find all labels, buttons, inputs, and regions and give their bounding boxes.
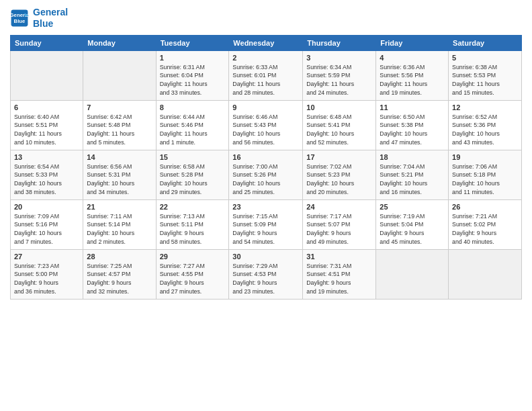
day-info: Sunrise: 7:29 AM Sunset: 4:53 PM Dayligh… [232,262,299,296]
day-cell: 22Sunrise: 7:13 AM Sunset: 5:11 PM Dayli… [156,199,229,249]
day-cell: 5Sunrise: 6:38 AM Sunset: 5:53 PM Daylig… [449,50,522,100]
day-cell: 24Sunrise: 7:17 AM Sunset: 5:07 PM Dayli… [303,199,376,249]
weekday-wednesday: Wednesday [229,35,303,50]
day-cell: 4Sunrise: 6:36 AM Sunset: 5:56 PM Daylig… [376,50,449,100]
day-number: 18 [380,153,445,161]
day-number: 7 [87,103,152,111]
weekday-tuesday: Tuesday [156,35,229,50]
day-number: 3 [306,54,372,62]
day-cell: 31Sunrise: 7:31 AM Sunset: 4:51 PM Dayli… [303,249,376,299]
weekday-saturday: Saturday [449,35,522,50]
day-cell [83,50,156,100]
day-number: 13 [14,153,79,161]
day-info: Sunrise: 6:40 AM Sunset: 5:51 PM Dayligh… [14,113,79,147]
day-number: 30 [232,253,299,261]
day-info: Sunrise: 7:11 AM Sunset: 5:14 PM Dayligh… [87,212,152,246]
day-cell [11,50,83,100]
day-number: 15 [160,153,226,161]
day-cell: 1Sunrise: 6:31 AM Sunset: 6:04 PM Daylig… [156,50,229,100]
day-number: 21 [87,203,152,211]
day-cell: 2Sunrise: 6:33 AM Sunset: 6:01 PM Daylig… [229,50,303,100]
day-info: Sunrise: 6:44 AM Sunset: 5:46 PM Dayligh… [160,113,226,147]
day-cell: 29Sunrise: 7:27 AM Sunset: 4:55 PM Dayli… [156,249,229,299]
day-number: 8 [160,103,226,111]
day-info: Sunrise: 6:34 AM Sunset: 5:59 PM Dayligh… [306,63,372,97]
day-number: 27 [14,253,79,261]
day-cell: 23Sunrise: 7:15 AM Sunset: 5:09 PM Dayli… [229,199,303,249]
day-cell [376,249,449,299]
day-number: 28 [87,253,152,261]
day-number: 16 [232,153,299,161]
calendar-body: 1Sunrise: 6:31 AM Sunset: 6:04 PM Daylig… [11,50,522,299]
day-number: 24 [306,203,372,211]
day-number: 23 [232,203,299,211]
day-cell: 17Sunrise: 7:02 AM Sunset: 5:23 PM Dayli… [303,150,376,199]
day-cell: 25Sunrise: 7:19 AM Sunset: 5:04 PM Dayli… [376,199,449,249]
weekday-header-row: SundayMondayTuesdayWednesdayThursdayFrid… [11,35,522,50]
week-row-1: 1Sunrise: 6:31 AM Sunset: 6:04 PM Daylig… [11,50,522,100]
weekday-monday: Monday [83,35,156,50]
day-info: Sunrise: 7:15 AM Sunset: 5:09 PM Dayligh… [232,212,299,246]
day-number: 25 [380,203,445,211]
day-cell: 14Sunrise: 6:56 AM Sunset: 5:31 PM Dayli… [83,150,156,199]
day-info: Sunrise: 7:02 AM Sunset: 5:23 PM Dayligh… [306,163,372,197]
day-cell: 7Sunrise: 6:42 AM Sunset: 5:48 PM Daylig… [83,100,156,150]
day-cell: 28Sunrise: 7:25 AM Sunset: 4:57 PM Dayli… [83,249,156,299]
day-cell: 16Sunrise: 7:00 AM Sunset: 5:26 PM Dayli… [229,150,303,199]
calendar-page: General Blue General Blue SundayMondayTu… [0,0,532,411]
day-info: Sunrise: 6:52 AM Sunset: 5:36 PM Dayligh… [452,113,518,147]
week-row-3: 13Sunrise: 6:54 AM Sunset: 5:33 PM Dayli… [11,150,522,199]
day-info: Sunrise: 6:50 AM Sunset: 5:38 PM Dayligh… [380,113,445,147]
day-cell: 3Sunrise: 6:34 AM Sunset: 5:59 PM Daylig… [303,50,376,100]
week-row-4: 20Sunrise: 7:09 AM Sunset: 5:16 PM Dayli… [11,199,522,249]
day-info: Sunrise: 6:46 AM Sunset: 5:43 PM Dayligh… [232,113,299,147]
day-cell [449,249,522,299]
day-number: 14 [87,153,152,161]
day-number: 4 [380,54,445,62]
day-cell: 15Sunrise: 6:58 AM Sunset: 5:28 PM Dayli… [156,150,229,199]
day-cell: 21Sunrise: 7:11 AM Sunset: 5:14 PM Dayli… [83,199,156,249]
weekday-sunday: Sunday [11,35,83,50]
svg-text:Blue: Blue [14,18,26,24]
day-number: 31 [306,253,372,261]
day-number: 17 [306,153,372,161]
day-cell: 9Sunrise: 6:46 AM Sunset: 5:43 PM Daylig… [229,100,303,150]
day-info: Sunrise: 7:09 AM Sunset: 5:16 PM Dayligh… [14,212,79,246]
day-number: 22 [160,203,226,211]
day-number: 5 [452,54,518,62]
day-info: Sunrise: 6:36 AM Sunset: 5:56 PM Dayligh… [380,63,445,97]
day-cell: 27Sunrise: 7:23 AM Sunset: 5:00 PM Dayli… [11,249,83,299]
day-cell: 26Sunrise: 7:21 AM Sunset: 5:02 PM Dayli… [449,199,522,249]
day-info: Sunrise: 7:19 AM Sunset: 5:04 PM Dayligh… [380,212,445,246]
day-info: Sunrise: 6:42 AM Sunset: 5:48 PM Dayligh… [87,113,152,147]
day-number: 19 [452,153,518,161]
day-info: Sunrise: 7:23 AM Sunset: 5:00 PM Dayligh… [14,262,79,296]
page-header: General Blue General Blue [10,7,522,30]
day-cell: 30Sunrise: 7:29 AM Sunset: 4:53 PM Dayli… [229,249,303,299]
day-cell: 12Sunrise: 6:52 AM Sunset: 5:36 PM Dayli… [449,100,522,150]
day-info: Sunrise: 6:48 AM Sunset: 5:41 PM Dayligh… [306,113,372,147]
day-info: Sunrise: 7:31 AM Sunset: 4:51 PM Dayligh… [306,262,372,296]
weekday-thursday: Thursday [303,35,376,50]
day-info: Sunrise: 7:27 AM Sunset: 4:55 PM Dayligh… [160,262,226,296]
day-cell: 6Sunrise: 6:40 AM Sunset: 5:51 PM Daylig… [11,100,83,150]
day-number: 20 [14,203,79,211]
day-cell: 20Sunrise: 7:09 AM Sunset: 5:16 PM Dayli… [11,199,83,249]
day-info: Sunrise: 7:17 AM Sunset: 5:07 PM Dayligh… [306,212,372,246]
day-cell: 11Sunrise: 6:50 AM Sunset: 5:38 PM Dayli… [376,100,449,150]
day-cell: 13Sunrise: 6:54 AM Sunset: 5:33 PM Dayli… [11,150,83,199]
day-info: Sunrise: 7:06 AM Sunset: 5:18 PM Dayligh… [452,163,518,197]
week-row-2: 6Sunrise: 6:40 AM Sunset: 5:51 PM Daylig… [11,100,522,150]
day-number: 26 [452,203,518,211]
day-number: 1 [160,54,226,62]
day-number: 10 [306,103,372,111]
day-cell: 8Sunrise: 6:44 AM Sunset: 5:46 PM Daylig… [156,100,229,150]
day-info: Sunrise: 7:00 AM Sunset: 5:26 PM Dayligh… [232,163,299,197]
logo-icon: General Blue [10,9,29,28]
day-cell: 18Sunrise: 7:04 AM Sunset: 5:21 PM Dayli… [376,150,449,199]
day-info: Sunrise: 7:04 AM Sunset: 5:21 PM Dayligh… [380,163,445,197]
day-number: 29 [160,253,226,261]
day-number: 11 [380,103,445,111]
day-number: 6 [14,103,79,111]
logo-text: General Blue [33,7,68,30]
